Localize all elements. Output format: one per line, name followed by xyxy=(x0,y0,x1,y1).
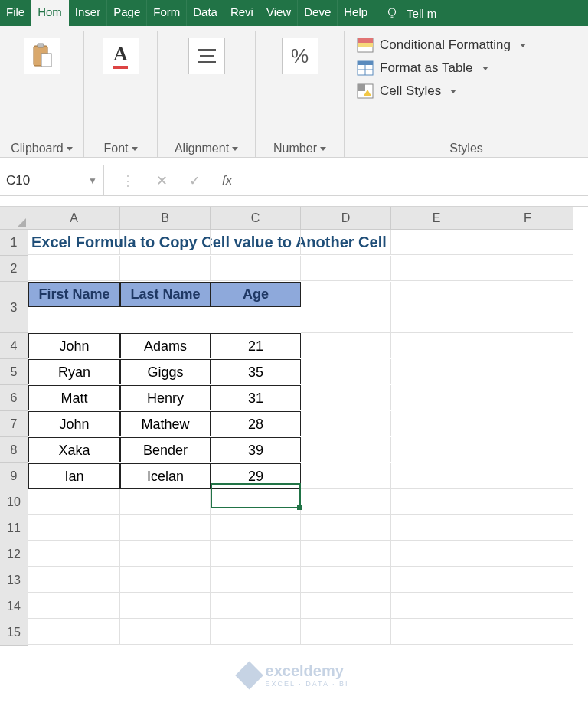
worksheet-grid[interactable]: A B C D E F 1 Excel Formula to Copy Cell… xyxy=(0,207,588,646)
cell[interactable]: 21 xyxy=(211,333,301,358)
cell[interactable] xyxy=(391,541,482,567)
tab-insert[interactable]: Inser xyxy=(69,0,107,26)
row-header[interactable]: 10 xyxy=(0,489,28,515)
cell[interactable] xyxy=(391,359,482,384)
cell[interactable] xyxy=(120,593,211,619)
row-header[interactable]: 11 xyxy=(0,515,28,541)
row-header[interactable]: 2 xyxy=(0,256,28,282)
cell[interactable] xyxy=(482,463,573,489)
row-header[interactable]: 13 xyxy=(0,567,28,593)
cell[interactable]: 39 xyxy=(211,437,301,462)
chevron-down-icon[interactable] xyxy=(132,147,138,151)
cell[interactable]: 29 xyxy=(211,463,301,489)
cell[interactable] xyxy=(482,256,573,281)
col-header-E[interactable]: E xyxy=(391,207,482,230)
formula-input[interactable] xyxy=(249,165,588,195)
cell[interactable] xyxy=(301,489,391,515)
cell[interactable] xyxy=(482,593,573,619)
cell[interactable] xyxy=(301,567,391,593)
cell[interactable]: Matt xyxy=(28,385,120,410)
cell[interactable]: 35 xyxy=(211,359,301,384)
col-header-C[interactable]: C xyxy=(211,207,301,230)
cell[interactable] xyxy=(301,463,391,489)
row-header[interactable]: 8 xyxy=(0,437,28,463)
cell[interactable] xyxy=(391,230,482,255)
tell-me-search[interactable]: Tell m xyxy=(374,0,436,26)
alignment-button[interactable] xyxy=(184,36,230,87)
cell[interactable]: Icelan xyxy=(120,463,211,489)
cell[interactable] xyxy=(391,256,482,281)
cell[interactable] xyxy=(482,515,573,541)
cell[interactable] xyxy=(120,489,211,515)
name-box[interactable]: C10 ▼ xyxy=(0,165,104,195)
cell[interactable] xyxy=(301,282,391,333)
cell[interactable]: 31 xyxy=(211,385,301,410)
cell[interactable] xyxy=(391,282,482,333)
cell[interactable] xyxy=(301,230,391,255)
cell[interactable] xyxy=(482,385,573,410)
cell-A3-header[interactable]: First Name xyxy=(28,282,120,307)
cell[interactable] xyxy=(482,567,573,593)
cell[interactable] xyxy=(301,541,391,567)
row-header[interactable]: 4 xyxy=(0,333,28,359)
cell[interactable] xyxy=(391,437,482,462)
cell[interactable]: Bender xyxy=(120,437,211,462)
cell[interactable] xyxy=(211,541,301,567)
cell[interactable]: Ryan xyxy=(28,359,120,384)
cell[interactable] xyxy=(301,411,391,436)
cell[interactable] xyxy=(211,515,301,541)
cell[interactable] xyxy=(482,359,573,384)
tab-data[interactable]: Data xyxy=(187,0,224,26)
cell[interactable] xyxy=(482,333,573,358)
col-header-F[interactable]: F xyxy=(482,207,573,230)
cell[interactable]: Mathew xyxy=(120,411,211,436)
enter-icon[interactable]: ✓ xyxy=(189,172,201,189)
tab-review[interactable]: Revi xyxy=(224,0,260,26)
cell-C3-header[interactable]: Age xyxy=(211,282,301,307)
cell[interactable] xyxy=(482,489,573,515)
tab-formulas[interactable]: Form xyxy=(147,0,187,26)
cell[interactable] xyxy=(391,593,482,619)
col-header-D[interactable]: D xyxy=(301,207,391,230)
cell[interactable] xyxy=(482,541,573,567)
cell[interactable]: John xyxy=(28,333,120,358)
row-header[interactable]: 15 xyxy=(0,619,28,646)
cell[interactable] xyxy=(120,515,211,541)
row-header[interactable]: 6 xyxy=(0,385,28,411)
cell-styles-button[interactable]: Cell Styles xyxy=(357,83,526,99)
cell[interactable] xyxy=(28,567,120,593)
cell[interactable]: Giggs xyxy=(120,359,211,384)
cell[interactable] xyxy=(28,593,120,619)
row-header[interactable]: 9 xyxy=(0,463,28,489)
cell[interactable] xyxy=(391,411,482,436)
cell-C10-selected[interactable] xyxy=(211,489,301,515)
cell[interactable]: Xaka xyxy=(28,437,120,462)
tab-help[interactable]: Help xyxy=(338,0,374,26)
cell[interactable] xyxy=(391,333,482,358)
cell[interactable] xyxy=(120,619,211,645)
chevron-down-icon[interactable] xyxy=(320,147,326,151)
cell[interactable] xyxy=(28,256,120,281)
cell[interactable]: Henry xyxy=(120,385,211,410)
cell[interactable] xyxy=(391,463,482,489)
cell[interactable]: John xyxy=(28,411,120,436)
cell[interactable] xyxy=(211,567,301,593)
fx-icon[interactable]: fx xyxy=(222,173,232,188)
cell[interactable] xyxy=(211,619,301,645)
cell[interactable] xyxy=(301,437,391,462)
row-header[interactable]: 14 xyxy=(0,593,28,619)
chevron-down-icon[interactable] xyxy=(232,147,238,151)
cell[interactable]: Ian xyxy=(28,463,120,489)
number-button[interactable]: % xyxy=(277,36,323,87)
col-header-B[interactable]: B xyxy=(120,207,211,230)
cell[interactable] xyxy=(482,411,573,436)
cell[interactable] xyxy=(391,385,482,410)
cell[interactable] xyxy=(28,541,120,567)
tab-file[interactable]: File xyxy=(0,0,31,26)
cell[interactable] xyxy=(482,619,573,645)
chevron-down-icon[interactable] xyxy=(67,147,73,151)
select-all-corner[interactable] xyxy=(0,207,28,230)
col-header-A[interactable]: A xyxy=(28,207,120,230)
cell[interactable] xyxy=(211,230,301,255)
cell-A1[interactable]: Excel Formula to Copy Cell value to Anot… xyxy=(28,230,120,255)
